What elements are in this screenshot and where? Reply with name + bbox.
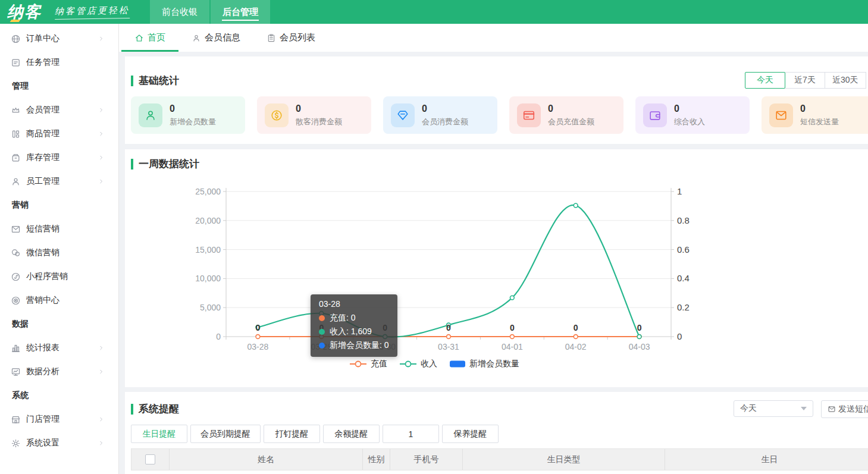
sidebar-section-营销: 营销 — [0, 193, 118, 217]
reminder-table-header: 姓名性别手机号生日类型生日 — [131, 448, 868, 470]
reminder-tab-会员到期提醒[interactable]: 会员到期提醒 — [190, 425, 261, 443]
svg-text:5,000: 5,000 — [200, 303, 221, 312]
chevron-right-icon — [98, 154, 105, 161]
svg-text:15,000: 15,000 — [195, 245, 221, 255]
column-header-生日类型: 生日类型 — [463, 449, 665, 470]
svg-text:20,000: 20,000 — [195, 216, 221, 225]
svg-text:0: 0 — [256, 323, 261, 332]
range-button-近30天[interactable]: 近30天 — [825, 72, 866, 89]
system-reminder-card: 系统提醒 今天 发送短信 生日提醒会员到期提醒打钉提醒余额提醒1保养提醒 姓名性… — [125, 392, 868, 474]
stat-card-散客消费金额: 0散客消费金额 — [257, 96, 371, 134]
stat-card-短信发送量: 0短信发送量 — [762, 96, 868, 134]
svg-text:25,000: 25,000 — [195, 187, 221, 196]
stat-cards-row: 0新增会员数量0散客消费金额0会员消费金额0会员充值金额0综合收入0短信发送量 — [131, 96, 868, 134]
legend-item-收入[interactable]: 收入 — [399, 359, 437, 369]
diamond-icon — [396, 109, 409, 122]
tab-首页[interactable]: 首页 — [121, 24, 178, 52]
select-all-checkbox[interactable] — [145, 454, 155, 464]
chevron-right-icon — [98, 130, 105, 137]
reminder-tabs: 生日提醒会员到期提醒打钉提醒余额提醒1保养提醒 — [131, 425, 499, 443]
sidebar-item-统计报表[interactable]: 统计报表 — [0, 336, 118, 360]
chevron-right-icon — [98, 35, 105, 42]
sidebar-item-门店管理[interactable]: 门店管理 — [0, 407, 118, 431]
reminder-tab-生日提醒[interactable]: 生日提醒 — [131, 425, 187, 443]
legend-item-新增会员数量[interactable]: 新增会员数量 — [449, 359, 519, 369]
stat-card-新增会员数量: 0新增会员数量 — [131, 96, 245, 134]
svg-text:0.8: 0.8 — [677, 215, 690, 225]
svg-text:0: 0 — [574, 323, 578, 332]
analysis-icon — [11, 367, 21, 377]
page-tab-bar: 首页会员信息会员列表 — [119, 24, 868, 52]
sidebar-item-订单中心[interactable]: 订单中心 — [0, 27, 118, 51]
sidebar-item-员工管理[interactable]: 员工管理 — [0, 169, 118, 193]
coin-icon — [270, 109, 283, 122]
sidebar-section-系统: 系统 — [0, 384, 118, 407]
send-sms-label: 发送短信 — [838, 404, 868, 415]
topnav-tab-后台管理[interactable]: 后台管理 — [211, 0, 270, 24]
sidebar-item-商品管理[interactable]: 商品管理 — [0, 122, 118, 146]
staff-icon — [11, 177, 21, 187]
system-reminder-title: 系统提醒 — [131, 402, 179, 416]
reminder-tab-余额提醒[interactable]: 余额提醒 — [323, 425, 380, 443]
basic-stats-title: 基础统计 — [131, 74, 179, 87]
reminder-date-select[interactable]: 今天 — [734, 400, 813, 417]
brand-logo: 纳客 — [7, 0, 42, 24]
legend-marker-icon — [449, 360, 466, 368]
svg-text:0.2: 0.2 — [677, 302, 690, 312]
stat-label: 散客消费金额 — [296, 117, 342, 127]
legend-item-充值[interactable]: 充值 — [349, 359, 387, 369]
sidebar-item-小程序营销[interactable]: 小程序营销 — [0, 265, 118, 288]
sidebar-item-营销中心[interactable]: 营销中心 — [0, 288, 118, 312]
send-sms-button[interactable]: 发送短信 — [821, 400, 868, 418]
sidebar-item-短信营销[interactable]: 短信营销 — [0, 217, 118, 241]
svg-text:0: 0 — [677, 331, 682, 341]
sidebar-item-会员管理[interactable]: 会员管理 — [0, 98, 118, 122]
range-button-近7天[interactable]: 近7天 — [785, 72, 825, 89]
svg-text:0: 0 — [446, 323, 451, 332]
svg-text:0: 0 — [216, 332, 221, 341]
tab-会员信息[interactable]: 会员信息 — [178, 24, 253, 52]
sidebar-section-管理: 管理 — [0, 74, 118, 98]
sidebar-section-数据: 数据 — [0, 312, 118, 336]
topnav-tab-前台收银[interactable]: 前台收银 — [150, 0, 209, 24]
list-icon — [267, 33, 276, 43]
report-icon — [11, 343, 21, 353]
member-add-icon — [144, 109, 157, 122]
tooltip-row: 充值: 0 — [319, 313, 389, 324]
stat-label: 新增会员数量 — [170, 117, 216, 127]
stat-label: 会员充值金额 — [548, 117, 594, 127]
column-header-性别: 性别 — [363, 449, 390, 470]
chevron-right-icon — [98, 178, 105, 185]
weekly-line-chart: 005,0000.210,0000.415,0000.620,0000.825,… — [125, 149, 868, 387]
sidebar-item-库存管理[interactable]: 库存管理 — [0, 146, 118, 169]
svg-text:0.6: 0.6 — [677, 244, 690, 255]
reminder-date-value: 今天 — [740, 403, 757, 414]
sidebar-item-微信营销[interactable]: 微信营销 — [0, 241, 118, 265]
sidebar-item-数据分析[interactable]: 数据分析 — [0, 360, 118, 384]
top-bar: 纳客 纳客管店更轻松 前台收银后台管理 — [0, 0, 868, 24]
stat-value: 0 — [674, 103, 705, 114]
range-button-今天[interactable]: 今天 — [745, 72, 785, 89]
brand-tagline: 纳客管店更轻松 — [55, 4, 130, 19]
tab-会员列表[interactable]: 会员列表 — [253, 24, 328, 52]
wechat-icon — [11, 248, 21, 258]
envelope-icon — [828, 405, 836, 413]
wallet-icon — [648, 109, 662, 122]
series-dot-icon — [319, 329, 325, 335]
svg-text:0: 0 — [510, 323, 515, 332]
mail-icon — [775, 109, 788, 122]
chevron-right-icon — [98, 440, 105, 447]
series-dot-icon — [319, 315, 325, 321]
reminder-tab-保养提醒[interactable]: 保养提醒 — [442, 425, 499, 443]
svg-text:04-02: 04-02 — [565, 342, 587, 351]
crown-icon — [11, 105, 21, 115]
reminder-tab-打钉提醒[interactable]: 打钉提醒 — [264, 425, 320, 443]
sidebar-item-系统设置[interactable]: 系统设置 — [0, 431, 118, 455]
stat-card-会员充值金额: 0会员充值金额 — [509, 96, 623, 134]
reminder-tab-1[interactable]: 1 — [383, 425, 439, 443]
basic-stats-card: 基础统计 今天近7天近30天 0新增会员数量0散客消费金额0会员消费金额0会员充… — [125, 56, 868, 144]
legend-marker-icon — [399, 360, 417, 368]
home-icon — [134, 33, 144, 43]
sidebar-item-任务管理[interactable]: 任务管理 — [0, 51, 118, 74]
column-header-手机号: 手机号 — [390, 449, 463, 470]
